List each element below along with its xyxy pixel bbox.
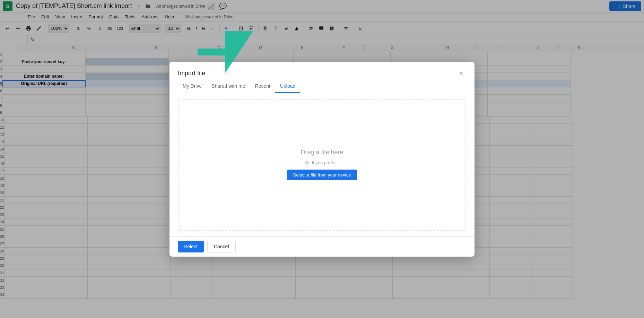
modal-title: Import file bbox=[178, 70, 205, 77]
import-file-dialog: Import file × My Drive Shared with me Re… bbox=[169, 62, 475, 257]
footer-cancel-button[interactable]: Cancel bbox=[207, 241, 236, 252]
modal-tabs: My Drive Shared with me Recent Upload bbox=[169, 80, 475, 93]
modal-close-button[interactable]: × bbox=[456, 69, 466, 78]
drag-text: Drag a file here bbox=[301, 149, 343, 156]
tab-recent[interactable]: Recent bbox=[250, 80, 275, 93]
footer-select-button[interactable]: Select bbox=[178, 241, 204, 252]
modal-footer: Select Cancel bbox=[169, 236, 475, 257]
tab-my-drive[interactable]: My Drive bbox=[178, 80, 207, 93]
select-file-button[interactable]: Select a file from your device bbox=[287, 170, 357, 180]
tab-upload[interactable]: Upload bbox=[275, 80, 300, 93]
upload-dropzone[interactable]: Drag a file here Or, if you prefer... Se… bbox=[178, 99, 466, 231]
or-text: Or, if you prefer... bbox=[305, 160, 339, 165]
tab-shared-with-me[interactable]: Shared with me bbox=[207, 80, 250, 93]
modal-overlay: Import file × My Drive Shared with me Re… bbox=[0, 0, 644, 318]
modal-header: Import file × bbox=[169, 62, 475, 78]
